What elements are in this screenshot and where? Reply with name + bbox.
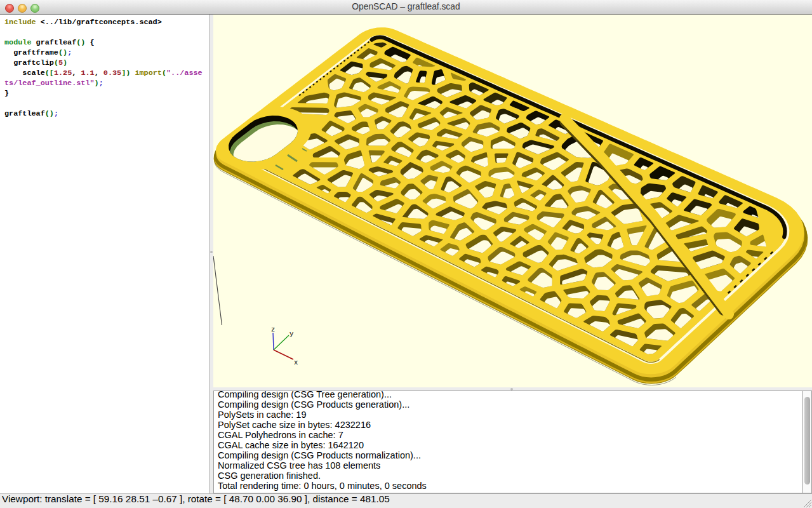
svg-text:x: x: [294, 358, 298, 366]
svg-text:z: z: [271, 325, 275, 333]
svg-text:y: y: [290, 330, 293, 337]
